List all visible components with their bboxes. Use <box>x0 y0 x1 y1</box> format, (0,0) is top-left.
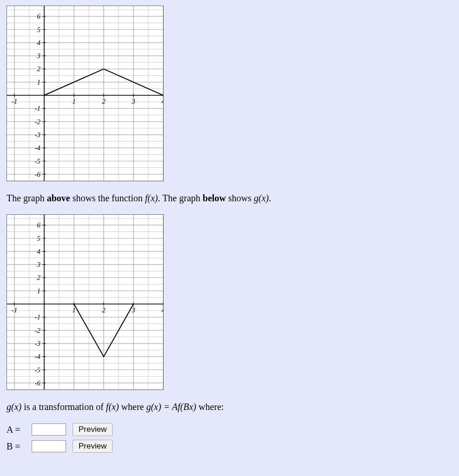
graph-g: -11234-6-5-4-3-2-1123456 <box>7 214 452 392</box>
svg-text:4: 4 <box>161 98 164 105</box>
answer-row-B: B = Preview <box>7 440 452 453</box>
graph-g-svg: -11234-6-5-4-3-2-1123456 <box>7 214 164 390</box>
svg-text:3: 3 <box>131 98 135 105</box>
svg-text:1: 1 <box>72 98 76 105</box>
svg-text:-1: -1 <box>35 313 41 321</box>
svg-text:5: 5 <box>37 26 41 33</box>
svg-text:-4: -4 <box>35 353 41 360</box>
svg-text:6: 6 <box>37 221 41 229</box>
graph-f: -11234-6-5-4-3-2-1123456 <box>7 6 452 184</box>
svg-text:-5: -5 <box>35 158 41 165</box>
graph-f-svg: -11234-6-5-4-3-2-1123456 <box>7 6 164 181</box>
label-A: A = <box>7 424 25 435</box>
svg-text:-1: -1 <box>12 98 18 105</box>
svg-text:-1: -1 <box>35 105 41 112</box>
answer-row-A: A = Preview <box>7 423 452 436</box>
input-B[interactable] <box>32 440 66 452</box>
svg-text:-4: -4 <box>35 144 41 152</box>
svg-text:-5: -5 <box>35 366 41 374</box>
svg-text:5: 5 <box>37 235 41 242</box>
input-A[interactable] <box>32 423 66 436</box>
svg-text:1: 1 <box>37 79 41 86</box>
svg-text:2: 2 <box>102 98 106 105</box>
svg-text:1: 1 <box>72 306 76 314</box>
svg-text:-1: -1 <box>12 306 18 314</box>
svg-text:1: 1 <box>37 287 41 295</box>
svg-text:2: 2 <box>37 274 41 281</box>
svg-text:-2: -2 <box>35 327 41 334</box>
preview-button-A[interactable]: Preview <box>73 423 113 436</box>
svg-text:3: 3 <box>37 52 41 60</box>
svg-text:3: 3 <box>37 261 41 268</box>
svg-text:4: 4 <box>37 39 41 46</box>
svg-text:-6: -6 <box>35 171 41 178</box>
svg-text:2: 2 <box>102 306 106 314</box>
svg-text:2: 2 <box>37 65 41 73</box>
label-B: B = <box>7 441 25 452</box>
svg-text:4: 4 <box>161 306 164 314</box>
preview-button-B[interactable]: Preview <box>73 440 113 453</box>
svg-text:6: 6 <box>37 13 41 20</box>
prose-transformation: g(x) is a transformation of f(x) where g… <box>7 400 452 414</box>
svg-text:4: 4 <box>37 248 41 255</box>
prose-between: The graph above shows the function f(x).… <box>7 191 452 205</box>
svg-text:-3: -3 <box>35 340 41 347</box>
svg-text:-3: -3 <box>35 131 41 139</box>
svg-text:-2: -2 <box>35 118 41 126</box>
svg-text:-6: -6 <box>35 379 41 387</box>
